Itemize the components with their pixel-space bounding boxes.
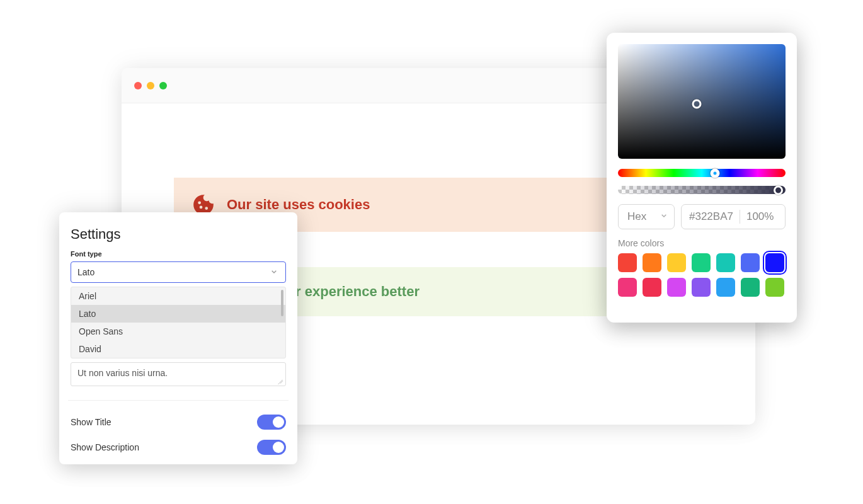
color-swatch[interactable] xyxy=(765,278,784,297)
font-option[interactable]: David xyxy=(71,340,285,358)
textarea-value: Ut non varius nisi urna. xyxy=(77,368,168,378)
color-swatch[interactable] xyxy=(618,253,637,272)
font-type-dropdown: Ariel Lato Open Sans David xyxy=(71,287,286,358)
window-minimize-icon[interactable] xyxy=(147,82,154,89)
saturation-cursor-icon[interactable] xyxy=(692,99,702,108)
color-swatch[interactable] xyxy=(667,278,686,297)
font-option[interactable]: Open Sans xyxy=(71,323,285,340)
hue-slider[interactable] xyxy=(618,169,786,177)
window-close-icon[interactable] xyxy=(134,82,142,89)
color-swatch[interactable] xyxy=(765,253,784,272)
font-type-selected-value: Lato xyxy=(77,267,94,277)
color-swatch[interactable] xyxy=(716,278,735,297)
color-swatch[interactable] xyxy=(692,253,711,272)
more-colors-label: More colors xyxy=(618,238,786,248)
color-picker-panel: Hex #322BA7 100% More colors xyxy=(607,33,797,323)
alpha-thumb-icon[interactable] xyxy=(774,185,783,195)
scrollbar-thumb[interactable] xyxy=(281,290,283,316)
toggle-row-show-title: Show Title xyxy=(71,410,286,435)
color-swatch[interactable] xyxy=(741,253,760,272)
window-maximize-icon[interactable] xyxy=(159,82,167,89)
color-format-value: Hex xyxy=(627,210,646,223)
chevron-down-icon xyxy=(269,266,279,278)
toggle-label: Show Title xyxy=(71,417,111,427)
hex-value: #322BA7 xyxy=(689,210,733,223)
toggle-row-show-description: Show Description xyxy=(71,435,286,460)
resize-handle-icon[interactable] xyxy=(277,377,283,384)
color-format-select[interactable]: Hex xyxy=(618,204,675,229)
color-swatch[interactable] xyxy=(618,278,637,297)
color-swatch[interactable] xyxy=(667,253,686,272)
font-option[interactable]: Ariel xyxy=(71,287,285,305)
settings-title: Settings xyxy=(71,226,286,243)
divider xyxy=(68,400,289,401)
alpha-slider[interactable] xyxy=(618,186,786,194)
color-swatch[interactable] xyxy=(643,278,661,297)
color-swatch[interactable] xyxy=(716,253,735,272)
divider xyxy=(740,210,740,224)
font-type-label: Font type xyxy=(71,250,286,258)
font-type-select[interactable]: Lato xyxy=(71,261,286,283)
show-title-toggle[interactable] xyxy=(257,415,286,430)
preview-textarea[interactable]: Ut non varius nisi urna. xyxy=(71,362,286,386)
color-value-input[interactable]: #322BA7 100% xyxy=(681,204,786,229)
font-option[interactable]: Lato xyxy=(71,305,285,323)
color-swatch[interactable] xyxy=(643,253,661,272)
settings-panel: Settings Font type Lato Ariel Lato Open … xyxy=(59,212,297,464)
alpha-value: 100% xyxy=(746,210,774,223)
color-swatch[interactable] xyxy=(741,278,760,297)
chevron-down-icon xyxy=(659,210,669,224)
toggle-label: Show Description xyxy=(71,442,139,452)
cookie-banner-title: Our site uses cookies xyxy=(227,197,608,213)
show-description-toggle[interactable] xyxy=(257,440,286,455)
swatch-grid xyxy=(618,253,786,297)
hue-thumb-icon[interactable] xyxy=(711,168,720,178)
color-swatch[interactable] xyxy=(692,278,711,297)
saturation-field[interactable] xyxy=(618,44,786,159)
